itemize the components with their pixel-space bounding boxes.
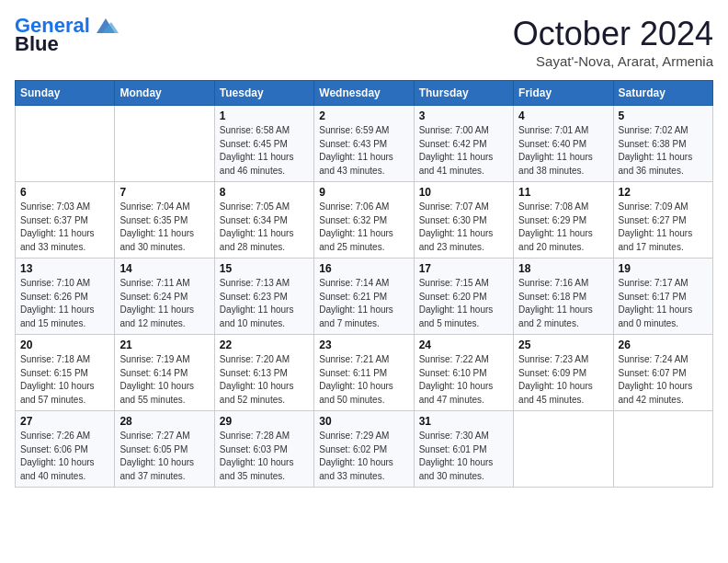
calendar-cell: 17Sunrise: 7:15 AM Sunset: 6:20 PM Dayli… xyxy=(414,259,513,335)
calendar-cell: 7Sunrise: 7:04 AM Sunset: 6:35 PM Daylig… xyxy=(115,182,214,259)
calendar-cell: 18Sunrise: 7:16 AM Sunset: 6:18 PM Dayli… xyxy=(514,259,613,335)
day-info: Sunrise: 7:16 AM Sunset: 6:18 PM Dayligh… xyxy=(518,277,608,330)
logo-icon xyxy=(93,17,119,35)
day-info: Sunrise: 7:27 AM Sunset: 6:05 PM Dayligh… xyxy=(119,430,209,483)
calendar-cell: 10Sunrise: 7:07 AM Sunset: 6:30 PM Dayli… xyxy=(414,182,513,259)
day-number: 20 xyxy=(20,339,109,351)
month-title: October 2024 xyxy=(513,15,713,53)
day-number: 21 xyxy=(119,339,209,351)
calendar-cell xyxy=(613,411,712,488)
day-info: Sunrise: 7:30 AM Sunset: 6:01 PM Dayligh… xyxy=(419,430,508,483)
day-info: Sunrise: 7:17 AM Sunset: 6:17 PM Dayligh… xyxy=(619,277,708,330)
calendar-cell: 30Sunrise: 7:29 AM Sunset: 6:02 PM Dayli… xyxy=(314,411,414,488)
calendar-cell: 24Sunrise: 7:22 AM Sunset: 6:10 PM Dayli… xyxy=(414,335,513,411)
calendar-cell: 1Sunrise: 6:58 AM Sunset: 6:45 PM Daylig… xyxy=(214,106,313,182)
day-info: Sunrise: 7:07 AM Sunset: 6:30 PM Dayligh… xyxy=(419,201,508,254)
calendar-week-row: 20Sunrise: 7:18 AM Sunset: 6:15 PM Dayli… xyxy=(16,335,713,411)
day-info: Sunrise: 7:24 AM Sunset: 6:07 PM Dayligh… xyxy=(619,353,708,407)
day-number: 17 xyxy=(419,262,508,275)
calendar-cell: 15Sunrise: 7:13 AM Sunset: 6:23 PM Dayli… xyxy=(214,259,313,335)
calendar-cell: 12Sunrise: 7:09 AM Sunset: 6:27 PM Dayli… xyxy=(613,182,712,259)
day-number: 16 xyxy=(319,262,408,275)
day-info: Sunrise: 7:00 AM Sunset: 6:42 PM Dayligh… xyxy=(419,124,508,178)
day-info: Sunrise: 7:18 AM Sunset: 6:15 PM Dayligh… xyxy=(20,353,109,407)
day-number: 18 xyxy=(518,262,608,275)
title-block: October 2024 Sayat'-Nova, Ararat, Armeni… xyxy=(513,15,713,69)
day-number: 14 xyxy=(119,262,209,275)
day-number: 1 xyxy=(220,109,309,122)
calendar-cell: 27Sunrise: 7:26 AM Sunset: 6:06 PM Dayli… xyxy=(16,411,115,488)
weekday-header: Thursday xyxy=(414,81,513,106)
day-info: Sunrise: 7:28 AM Sunset: 6:03 PM Dayligh… xyxy=(220,430,309,483)
day-number: 15 xyxy=(220,262,309,275)
day-number: 8 xyxy=(220,186,309,199)
day-number: 25 xyxy=(518,339,608,351)
weekday-header: Tuesday xyxy=(214,81,313,106)
day-info: Sunrise: 7:05 AM Sunset: 6:34 PM Dayligh… xyxy=(220,201,309,254)
day-number: 23 xyxy=(319,339,408,351)
day-number: 10 xyxy=(419,186,508,199)
day-info: Sunrise: 6:58 AM Sunset: 6:45 PM Dayligh… xyxy=(220,124,309,178)
calendar-cell xyxy=(16,106,115,182)
weekday-header: Friday xyxy=(514,81,613,106)
calendar-cell: 3Sunrise: 7:00 AM Sunset: 6:42 PM Daylig… xyxy=(414,106,513,182)
day-info: Sunrise: 7:26 AM Sunset: 6:06 PM Dayligh… xyxy=(20,430,109,483)
calendar-cell: 5Sunrise: 7:02 AM Sunset: 6:38 PM Daylig… xyxy=(613,106,712,182)
day-info: Sunrise: 7:21 AM Sunset: 6:11 PM Dayligh… xyxy=(319,353,408,407)
day-info: Sunrise: 7:29 AM Sunset: 6:02 PM Dayligh… xyxy=(319,430,408,483)
day-number: 9 xyxy=(319,186,408,199)
day-info: Sunrise: 7:13 AM Sunset: 6:23 PM Dayligh… xyxy=(220,277,309,330)
calendar-cell: 13Sunrise: 7:10 AM Sunset: 6:26 PM Dayli… xyxy=(16,259,115,335)
day-number: 26 xyxy=(619,339,708,351)
day-number: 28 xyxy=(119,415,209,428)
calendar-week-row: 1Sunrise: 6:58 AM Sunset: 6:45 PM Daylig… xyxy=(16,106,713,182)
calendar-cell: 19Sunrise: 7:17 AM Sunset: 6:17 PM Dayli… xyxy=(613,259,712,335)
calendar-cell: 9Sunrise: 7:06 AM Sunset: 6:32 PM Daylig… xyxy=(314,182,414,259)
calendar-header-row: SundayMondayTuesdayWednesdayThursdayFrid… xyxy=(16,81,713,106)
calendar-cell: 8Sunrise: 7:05 AM Sunset: 6:34 PM Daylig… xyxy=(214,182,313,259)
day-number: 4 xyxy=(518,109,608,122)
calendar-cell: 31Sunrise: 7:30 AM Sunset: 6:01 PM Dayli… xyxy=(414,411,513,488)
weekday-header: Sunday xyxy=(16,81,115,106)
day-number: 7 xyxy=(119,186,209,199)
calendar-cell xyxy=(115,106,214,182)
day-info: Sunrise: 7:20 AM Sunset: 6:13 PM Dayligh… xyxy=(220,353,309,407)
day-number: 27 xyxy=(20,415,109,428)
day-info: Sunrise: 7:22 AM Sunset: 6:10 PM Dayligh… xyxy=(419,353,508,407)
location: Sayat'-Nova, Ararat, Armenia xyxy=(513,53,713,69)
day-info: Sunrise: 7:09 AM Sunset: 6:27 PM Dayligh… xyxy=(619,201,708,254)
calendar-cell: 2Sunrise: 6:59 AM Sunset: 6:43 PM Daylig… xyxy=(314,106,414,182)
calendar-week-row: 6Sunrise: 7:03 AM Sunset: 6:37 PM Daylig… xyxy=(16,182,713,259)
weekday-header: Saturday xyxy=(613,81,712,106)
calendar-table: SundayMondayTuesdayWednesdayThursdayFrid… xyxy=(15,80,713,488)
day-info: Sunrise: 7:08 AM Sunset: 6:29 PM Dayligh… xyxy=(518,201,608,254)
calendar-cell: 22Sunrise: 7:20 AM Sunset: 6:13 PM Dayli… xyxy=(214,335,313,411)
day-info: Sunrise: 7:10 AM Sunset: 6:26 PM Dayligh… xyxy=(20,277,109,330)
day-info: Sunrise: 6:59 AM Sunset: 6:43 PM Dayligh… xyxy=(319,124,408,178)
calendar-week-row: 13Sunrise: 7:10 AM Sunset: 6:26 PM Dayli… xyxy=(16,259,713,335)
calendar-cell: 6Sunrise: 7:03 AM Sunset: 6:37 PM Daylig… xyxy=(16,182,115,259)
day-number: 2 xyxy=(319,109,408,122)
day-info: Sunrise: 7:06 AM Sunset: 6:32 PM Dayligh… xyxy=(319,201,408,254)
calendar-cell: 23Sunrise: 7:21 AM Sunset: 6:11 PM Dayli… xyxy=(314,335,414,411)
day-number: 24 xyxy=(419,339,508,351)
calendar-week-row: 27Sunrise: 7:26 AM Sunset: 6:06 PM Dayli… xyxy=(16,411,713,488)
logo: General Blue xyxy=(15,15,119,55)
day-info: Sunrise: 7:01 AM Sunset: 6:40 PM Dayligh… xyxy=(518,124,608,178)
day-info: Sunrise: 7:03 AM Sunset: 6:37 PM Dayligh… xyxy=(20,201,109,254)
day-info: Sunrise: 7:14 AM Sunset: 6:21 PM Dayligh… xyxy=(319,277,408,330)
calendar-cell: 4Sunrise: 7:01 AM Sunset: 6:40 PM Daylig… xyxy=(514,106,613,182)
day-number: 13 xyxy=(20,262,109,275)
calendar-cell: 25Sunrise: 7:23 AM Sunset: 6:09 PM Dayli… xyxy=(514,335,613,411)
calendar-cell: 28Sunrise: 7:27 AM Sunset: 6:05 PM Dayli… xyxy=(115,411,214,488)
day-number: 6 xyxy=(20,186,109,199)
day-info: Sunrise: 7:19 AM Sunset: 6:14 PM Dayligh… xyxy=(119,353,209,407)
day-number: 30 xyxy=(319,415,408,428)
day-number: 5 xyxy=(619,109,708,122)
page-header: General Blue October 2024 Sayat'-Nova, A… xyxy=(15,15,713,69)
day-number: 12 xyxy=(619,186,708,199)
day-number: 19 xyxy=(619,262,708,275)
calendar-cell: 26Sunrise: 7:24 AM Sunset: 6:07 PM Dayli… xyxy=(613,335,712,411)
calendar-cell: 16Sunrise: 7:14 AM Sunset: 6:21 PM Dayli… xyxy=(314,259,414,335)
calendar-cell xyxy=(514,411,613,488)
